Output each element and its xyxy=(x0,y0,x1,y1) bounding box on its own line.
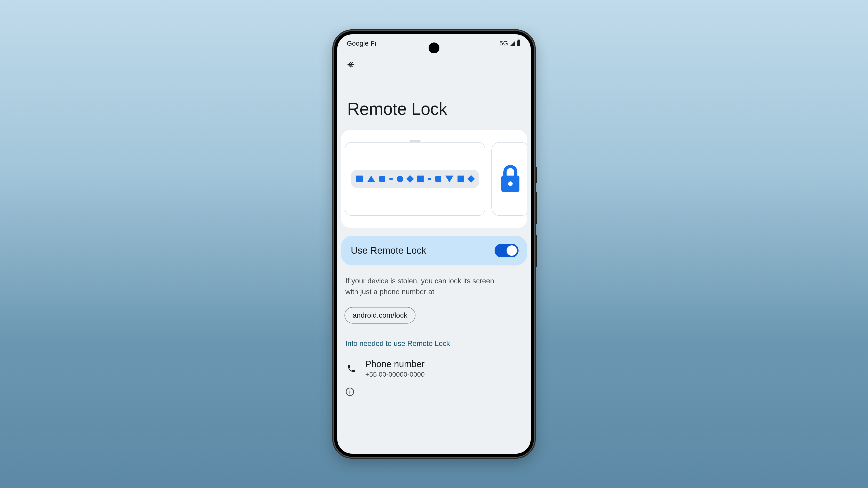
lock-url-chip[interactable]: android.com/lock xyxy=(344,307,415,324)
side-button xyxy=(536,167,537,183)
symbol-icon xyxy=(417,175,424,182)
dash-icon xyxy=(389,178,393,180)
phone-frame: Google Fi 5G Remote Lock xyxy=(332,29,536,459)
symbol-icon xyxy=(379,176,385,182)
symbol-icon xyxy=(458,175,464,182)
section-label: Info needed to use Remote Lock xyxy=(341,339,527,348)
symbol-icon xyxy=(406,175,414,183)
status-icons: 5G xyxy=(500,40,520,47)
battery-icon xyxy=(517,40,520,46)
remote-lock-toggle[interactable] xyxy=(495,244,519,257)
phone-number-row[interactable]: Phone number +55 00-00000-0000 xyxy=(341,359,527,386)
phone-icon xyxy=(346,364,356,373)
symbol-icon xyxy=(445,175,454,182)
side-button xyxy=(536,192,537,224)
use-remote-lock-row[interactable]: Use Remote Lock xyxy=(341,236,527,265)
symbol-icon xyxy=(435,176,441,182)
signal-icon xyxy=(510,41,515,46)
hero-illustration xyxy=(341,130,527,228)
symbol-icon xyxy=(356,175,363,182)
svg-rect-3 xyxy=(349,391,350,394)
info-button[interactable] xyxy=(341,386,527,398)
carrier-label: Google Fi xyxy=(347,39,376,47)
side-button xyxy=(536,235,537,267)
info-icon xyxy=(345,387,354,396)
lock-icon xyxy=(500,165,521,193)
symbol-icon xyxy=(397,176,403,182)
toggle-label: Use Remote Lock xyxy=(351,245,426,256)
description-text: If your device is stolen, you can lock i… xyxy=(341,275,513,297)
toggle-knob xyxy=(506,246,517,256)
laptop-illustration xyxy=(345,142,485,216)
screen: Google Fi 5G Remote Lock xyxy=(337,34,531,454)
phone-number-value: +55 00-00000-0000 xyxy=(365,370,425,378)
front-camera xyxy=(429,42,439,53)
dash-icon xyxy=(428,178,431,180)
symbol-icon xyxy=(367,175,375,182)
phone-number-title: Phone number xyxy=(365,359,425,369)
network-label: 5G xyxy=(500,40,508,47)
back-button[interactable] xyxy=(346,60,356,70)
svg-point-1 xyxy=(508,182,513,186)
password-pill xyxy=(351,170,479,188)
svg-point-4 xyxy=(349,390,350,390)
page-title: Remote Lock xyxy=(341,72,527,130)
arrow-left-icon xyxy=(347,60,356,69)
symbol-icon xyxy=(467,175,475,183)
phone-illustration xyxy=(491,142,527,216)
